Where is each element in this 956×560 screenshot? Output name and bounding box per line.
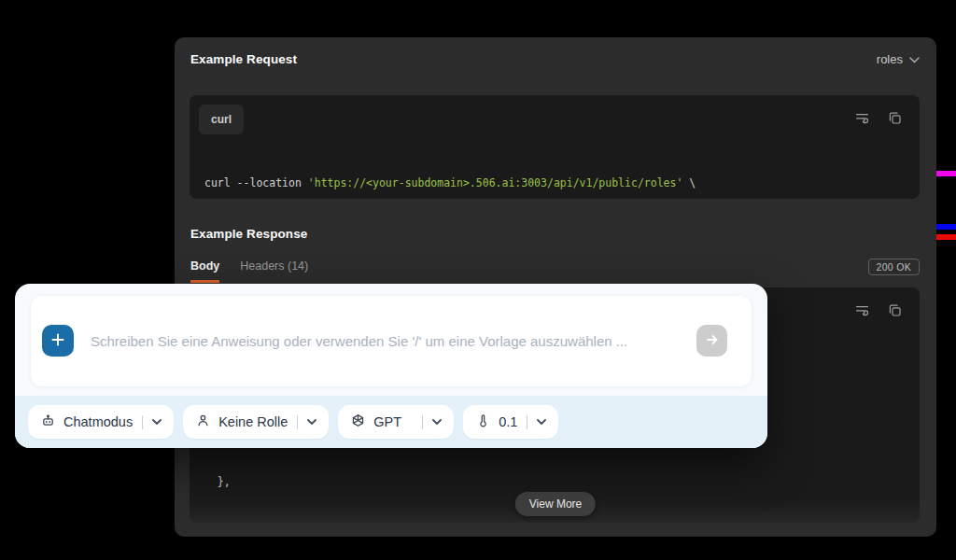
message-input-card <box>31 296 752 386</box>
wrap-text-icon[interactable] <box>854 110 870 130</box>
status-badge: 200 OK <box>868 259 920 275</box>
tab-headers[interactable]: Headers (14) <box>240 259 308 283</box>
screen: Example Request roles curl curl --locati… <box>0 0 956 560</box>
divider <box>422 415 423 429</box>
endpoint-selector-label: roles <box>877 52 903 66</box>
edge-marker-red <box>936 234 956 240</box>
chat-mode-button[interactable]: Chatmodus <box>28 405 174 439</box>
chat-mode-label: Chatmodus <box>63 414 133 429</box>
example-request-title: Example Request <box>190 52 297 66</box>
thermometer-icon <box>475 413 491 431</box>
chevron-down-icon <box>307 419 316 425</box>
send-button[interactable] <box>696 325 727 357</box>
response-tabs: Body Headers (14) <box>190 259 308 283</box>
model-select-button[interactable]: GPT <box>338 405 454 439</box>
tab-body[interactable]: Body <box>190 259 219 283</box>
chevron-down-icon <box>432 419 442 425</box>
role-select-button[interactable]: Keine Rolle <box>183 405 329 439</box>
divider <box>527 415 527 429</box>
chevron-down-icon <box>152 419 162 425</box>
plus-icon <box>50 332 65 350</box>
copy-icon[interactable] <box>887 110 903 130</box>
copy-icon[interactable] <box>887 302 903 322</box>
chat-message-input[interactable] <box>91 296 651 386</box>
chevron-down-icon <box>537 419 546 425</box>
request-code-block: curl curl --location 'https://<your-subd… <box>190 95 920 199</box>
response-json: }, { "roleId": "15f3a16d-c670-4fbb-ac66-… <box>204 442 547 523</box>
curl-line-1: curl --location 'https://<your-subdomain… <box>204 175 696 191</box>
edge-marker-magenta <box>936 171 956 176</box>
example-response-title: Example Response <box>190 227 307 241</box>
chat-input-overlay: Chatmodus Keine Rolle <box>15 284 767 448</box>
add-attachment-button[interactable] <box>42 325 74 357</box>
view-more-button[interactable]: View More <box>515 492 596 516</box>
user-icon <box>195 413 211 431</box>
chevron-down-icon <box>909 52 920 66</box>
openai-icon <box>350 413 366 431</box>
wrap-text-icon[interactable] <box>854 302 870 322</box>
arrow-right-icon <box>705 332 720 350</box>
divider <box>297 415 298 429</box>
robot-icon <box>40 413 56 431</box>
temperature-button[interactable]: 0.1 <box>463 405 558 439</box>
json-close-brace: }, <box>204 474 547 490</box>
json-open-brace: { <box>204 522 547 523</box>
endpoint-selector[interactable]: roles <box>877 52 920 66</box>
divider <box>142 415 143 429</box>
temperature-label: 0.1 <box>499 414 517 429</box>
chat-controls-strip: Chatmodus Keine Rolle <box>15 396 767 448</box>
role-select-label: Keine Rolle <box>218 414 288 429</box>
tab-curl[interactable]: curl <box>199 105 244 134</box>
model-select-label: GPT <box>373 414 401 429</box>
curl-command: curl --location 'https://<your-subdomain… <box>204 144 696 199</box>
edge-marker-blue <box>936 224 956 230</box>
